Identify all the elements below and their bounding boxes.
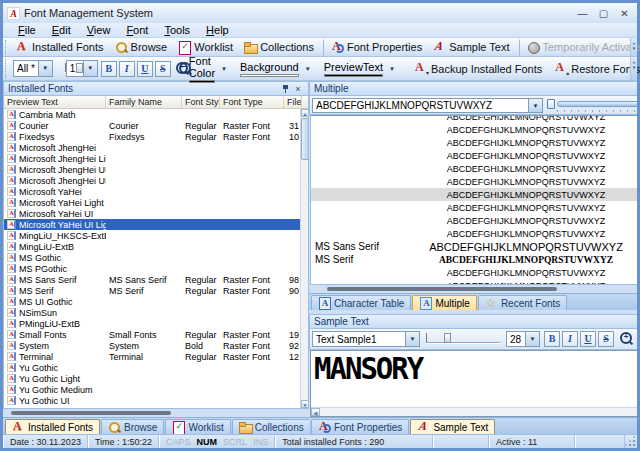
table-row[interactable]: Yu Gothic Medium: [4, 384, 308, 395]
resize-grip[interactable]: [625, 435, 637, 448]
italic-button[interactable]: I: [562, 331, 578, 347]
font-preview-row[interactable]: ABCDEFGHIJKLMNOPQRSTUVWXYZ: [311, 116, 637, 123]
toolbar-overflow-button[interactable]: »▾: [630, 57, 637, 80]
table-row[interactable]: NSimSun: [4, 307, 308, 318]
pin-icon[interactable]: [280, 83, 292, 95]
filter-combobox[interactable]: All * ▼: [13, 60, 53, 77]
close-button[interactable]: ✕: [616, 6, 633, 20]
font-preview-row[interactable]: ABCDEFGHIJKLMNOPQRSTUVWXYZ: [311, 279, 637, 284]
horizontal-scrollbar[interactable]: [309, 285, 637, 293]
table-row[interactable]: MS Serif MS Serif Regular Raster Font 90: [4, 285, 308, 296]
installed-fonts-button[interactable]: Installed Fonts: [11, 39, 109, 56]
table-row[interactable]: Yu Gothic: [4, 362, 308, 373]
collapse-icon[interactable]: ▴: [635, 316, 637, 328]
slider-thumb[interactable]: [76, 63, 83, 73]
table-row[interactable]: Microsoft JhengHei UI: [4, 164, 308, 175]
column-header[interactable]: Family Name: [106, 96, 182, 108]
text-sample-combobox[interactable]: Text Sample1 ▼: [312, 331, 420, 347]
menu-item[interactable]: Help: [199, 23, 236, 37]
chevron-down-icon[interactable]: ▼: [38, 61, 52, 76]
font-preview-row[interactable]: ABCDEFGHIJKLMNOPQRSTUVWXYZ: [311, 188, 637, 201]
font-preview-row[interactable]: ABCDEFGHIJKLMNOPQRSTUVWXYZ: [311, 123, 637, 136]
column-header[interactable]: Preview Text: [4, 96, 106, 108]
italic-button[interactable]: I: [119, 61, 135, 77]
table-row[interactable]: Fixedsys Fixedsys Regular Raster Font 10: [4, 131, 308, 142]
close-icon[interactable]: ×: [292, 83, 304, 95]
scrollbar-thumb[interactable]: [11, 411, 171, 415]
scroll-down-icon[interactable]: ▼: [301, 400, 309, 408]
table-row[interactable]: Microsoft JhengHei: [4, 142, 308, 153]
table-row[interactable]: Courier Courier Regular Raster Font 31: [4, 120, 308, 131]
font-preview-row[interactable]: ABCDEFGHIJKLMNOPQRSTUVWXYZ: [311, 175, 637, 188]
table-row[interactable]: MingLiU_HKSCS-ExtB: [4, 230, 308, 241]
tab-worklist[interactable]: Worklist: [165, 419, 230, 434]
sample-text-area[interactable]: MANSORY ▲ ▼ ◀ ▶: [310, 350, 637, 417]
font-preview-row[interactable]: ABCDEFGHIJKLMNOPQRSTUVWXYZ: [311, 149, 637, 162]
horizontal-scrollbar[interactable]: [3, 409, 309, 417]
sample-size-slider[interactable]: [424, 331, 502, 347]
maximize-button[interactable]: ▢: [595, 6, 612, 20]
table-row[interactable]: Cambria Math: [4, 109, 308, 120]
font-preview-row[interactable]: MS Serif ABCDEFGHIJKLMNOPQRSTUVWXYZ: [311, 253, 637, 266]
table-row[interactable]: MS Sans Serif MS Sans Serif Regular Rast…: [4, 274, 308, 285]
vertical-scrollbar[interactable]: ▲ ▼: [300, 109, 308, 408]
table-row[interactable]: Small Fonts Small Fonts Regular Raster F…: [4, 329, 308, 340]
minimize-button[interactable]: —: [574, 6, 591, 20]
column-header[interactable]: Font Style: [182, 96, 220, 108]
table-row[interactable]: System System Bold Raster Font 92: [4, 340, 308, 351]
chevron-down-icon[interactable]: ▼: [528, 99, 542, 112]
collapse-icon[interactable]: ▴: [635, 83, 637, 95]
scroll-up-icon[interactable]: ▲: [301, 109, 309, 117]
bold-button[interactable]: B: [101, 61, 117, 77]
backup-installed-fonts-button[interactable]: Backup Installed Fonts: [410, 60, 547, 77]
chevron-down-icon[interactable]: ▼: [83, 61, 97, 76]
tab-recent-fonts[interactable]: Recent Fonts: [478, 295, 567, 310]
menu-item[interactable]: Edit: [45, 23, 78, 37]
strikethrough-button[interactable]: S: [155, 61, 171, 77]
table-row[interactable]: Yu Gothic Light: [4, 373, 308, 384]
tab-character-table[interactable]: Character Table: [311, 295, 411, 310]
sample-size-combobox[interactable]: 28 ▼: [506, 331, 540, 347]
tab-font-properties[interactable]: Font Properties: [311, 419, 409, 434]
tab-installed-fonts[interactable]: Installed Fonts: [5, 419, 100, 434]
font-preview-row[interactable]: ABCDEFGHIJKLMNOPQRSTUVWXYZ: [311, 214, 637, 227]
chevron-down-icon[interactable]: ▼: [525, 332, 539, 346]
temporarily-activate-button[interactable]: Temporarily Activate: [519, 39, 640, 56]
scroll-left-icon[interactable]: ◀: [311, 408, 320, 416]
chevron-down-icon[interactable]: ▼: [385, 66, 398, 72]
tab-browse[interactable]: Browse: [101, 419, 164, 434]
preview-text-button[interactable]: PreviewText ▼: [322, 60, 400, 78]
bold-button[interactable]: B: [544, 331, 560, 347]
table-row[interactable]: MS PGothic: [4, 263, 308, 274]
table-row[interactable]: Microsoft YaHei Light: [4, 197, 308, 208]
tab-multiple[interactable]: Multiple: [412, 295, 476, 310]
preview-size-slider[interactable]: [547, 99, 637, 112]
scrollbar-thumb[interactable]: [301, 118, 309, 160]
slider-thumb[interactable]: [547, 99, 555, 109]
menu-item[interactable]: View: [80, 23, 118, 37]
tab-collections[interactable]: Collections: [232, 419, 311, 434]
font-preview-row[interactable]: ABCDEFGHIJKLMNOPQRSTUVWXYZ: [311, 201, 637, 214]
sample-text-button[interactable]: Sample Text: [428, 39, 514, 56]
toolbar-overflow-button[interactable]: »▾: [630, 38, 637, 56]
font-preview-row[interactable]: ABCDEFGHIJKLMNOPQRSTUVWXYZ: [311, 162, 637, 175]
strikethrough-button[interactable]: S: [598, 331, 614, 347]
table-row[interactable]: Microsoft YaHei UI Light: [4, 219, 308, 230]
underline-button[interactable]: U: [580, 331, 596, 347]
table-row[interactable]: Microsoft YaHei: [4, 186, 308, 197]
column-header[interactable]: File Si: [284, 96, 302, 108]
chevron-down-icon[interactable]: ▼: [301, 66, 314, 72]
column-header[interactable]: Font Type: [220, 96, 284, 108]
table-row[interactable]: Terminal Terminal Regular Raster Font 12: [4, 351, 308, 362]
font-preview-row[interactable]: MS Sans Serif ABCDEFGHIJKLMNOPQRSTUVWXYZ: [311, 240, 637, 253]
font-preview-row[interactable]: ABCDEFGHIJKLMNOPQRSTUVWXYZ: [311, 227, 637, 240]
menu-item[interactable]: Font: [119, 23, 155, 37]
table-row[interactable]: Microsoft JhengHei Light: [4, 153, 308, 164]
chevron-down-icon[interactable]: ▼: [217, 66, 230, 72]
preview-text-combobox[interactable]: ABCDEFGHIJKLMNOPQRSTUVWXYZ ▼: [312, 98, 543, 113]
underline-button[interactable]: U: [137, 61, 153, 77]
table-row[interactable]: Microsoft JhengHei UI Li...: [4, 175, 308, 186]
table-row[interactable]: PMingLiU-ExtB: [4, 318, 308, 329]
table-row[interactable]: Microsoft YaHei UI: [4, 208, 308, 219]
tab-sample-text[interactable]: Sample Text: [410, 419, 495, 434]
